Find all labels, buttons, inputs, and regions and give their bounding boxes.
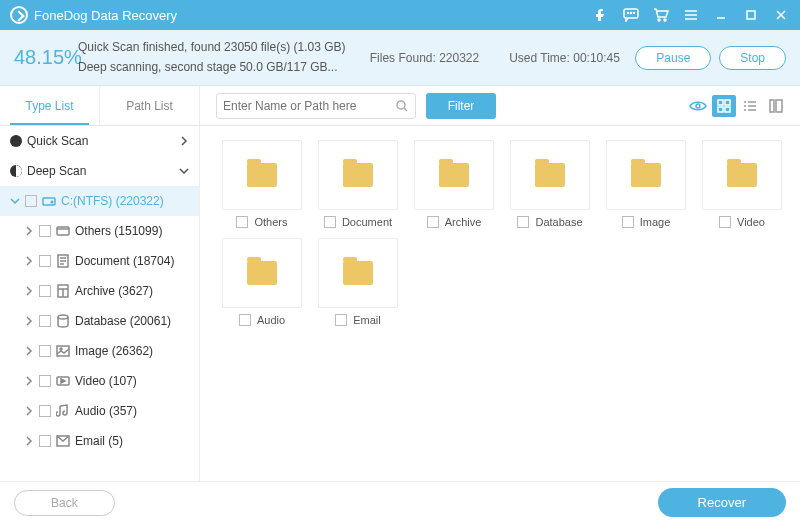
sidebar-item-label: Others (151099) [75, 224, 162, 238]
sidebar-quick-scan[interactable]: Quick Scan [0, 126, 199, 156]
folder-item[interactable]: Video [694, 140, 790, 228]
checkbox[interactable] [427, 216, 439, 228]
maximize-icon[interactable] [736, 0, 766, 30]
checkbox[interactable] [39, 255, 51, 267]
folder-thumbnail [414, 140, 494, 210]
checkbox[interactable] [39, 345, 51, 357]
feedback-icon[interactable] [616, 0, 646, 30]
pause-button[interactable]: Pause [635, 46, 711, 70]
sidebar-item[interactable]: Archive (3627) [0, 276, 199, 306]
view-grid-icon[interactable] [712, 95, 736, 117]
app-logo-icon [10, 6, 28, 24]
folder-icon [343, 163, 373, 187]
sidebar-item-label: Archive (3627) [75, 284, 153, 298]
sidebar-item[interactable]: Image (26362) [0, 336, 199, 366]
tab-path-list[interactable]: Path List [100, 86, 200, 125]
svg-point-16 [51, 201, 53, 203]
checkbox[interactable] [239, 314, 251, 326]
files-found: Files Found: 220322 [370, 51, 479, 65]
checkbox[interactable] [39, 405, 51, 417]
folder-item[interactable]: Archive [406, 140, 502, 228]
sidebar: Quick Scan Deep Scan C:(NTFS) (220322) O… [0, 126, 200, 481]
folder-thumbnail [222, 238, 302, 308]
sidebar-item-label: Document (18704) [75, 254, 174, 268]
view-detail-icon[interactable] [764, 95, 788, 117]
chevron-down-icon [179, 166, 189, 176]
svg-point-2 [631, 13, 632, 14]
folder-icon [247, 261, 277, 285]
svg-point-8 [696, 104, 700, 108]
svg-rect-13 [770, 100, 774, 112]
titlebar: FoneDog Data Recovery [0, 0, 800, 30]
svg-rect-10 [725, 100, 730, 105]
chevron-right-icon [24, 406, 34, 416]
search-box[interactable] [216, 93, 416, 119]
category-icon [56, 314, 70, 328]
folder-item[interactable]: Others [214, 140, 310, 228]
chevron-right-icon [179, 136, 189, 146]
svg-rect-12 [725, 107, 730, 112]
svg-rect-11 [718, 107, 723, 112]
folder-thumbnail [318, 238, 398, 308]
filter-button[interactable]: Filter [426, 93, 496, 119]
folder-icon [247, 163, 277, 187]
category-icon [56, 344, 70, 358]
checkbox[interactable] [335, 314, 347, 326]
svg-rect-9 [718, 100, 723, 105]
close-icon[interactable] [766, 0, 796, 30]
checkbox[interactable] [25, 195, 37, 207]
drive-label: C:(NTFS) (220322) [61, 194, 164, 208]
dot-full-icon [10, 135, 22, 147]
svg-rect-6 [747, 11, 755, 19]
checkbox[interactable] [39, 315, 51, 327]
folder-thumbnail [222, 140, 302, 210]
folder-thumbnail [702, 140, 782, 210]
facebook-icon[interactable] [586, 0, 616, 30]
status-bar: 48.15% Quick Scan finished, found 23050 … [0, 30, 800, 86]
checkbox[interactable] [236, 216, 248, 228]
folder-item[interactable]: Image [598, 140, 694, 228]
search-input[interactable] [223, 99, 395, 113]
folder-label: Database [535, 216, 582, 228]
toolbar: Type List Path List Filter [0, 86, 800, 126]
deep-scan-label: Deep Scan [27, 164, 86, 178]
recover-button[interactable]: Recover [658, 488, 786, 517]
minimize-icon[interactable] [706, 0, 736, 30]
checkbox[interactable] [517, 216, 529, 228]
svg-rect-14 [776, 100, 782, 112]
stop-button[interactable]: Stop [719, 46, 786, 70]
sidebar-item[interactable]: Database (20061) [0, 306, 199, 336]
folder-thumbnail [318, 140, 398, 210]
checkbox[interactable] [39, 375, 51, 387]
sidebar-drive-c[interactable]: C:(NTFS) (220322) [0, 186, 199, 216]
checkbox[interactable] [39, 435, 51, 447]
checkbox[interactable] [39, 285, 51, 297]
sidebar-item[interactable]: Video (107) [0, 366, 199, 396]
tab-type-list[interactable]: Type List [0, 86, 100, 125]
back-button[interactable]: Back [14, 490, 115, 516]
sidebar-item[interactable]: Document (18704) [0, 246, 199, 276]
folder-icon [439, 163, 469, 187]
folder-label: Archive [445, 216, 482, 228]
sidebar-item[interactable]: Audio (357) [0, 396, 199, 426]
sidebar-deep-scan[interactable]: Deep Scan [0, 156, 199, 186]
checkbox[interactable] [622, 216, 634, 228]
menu-icon[interactable] [676, 0, 706, 30]
view-list-icon[interactable] [738, 95, 762, 117]
category-icon [56, 284, 70, 298]
folder-icon [631, 163, 661, 187]
checkbox[interactable] [39, 225, 51, 237]
preview-icon[interactable] [686, 95, 710, 117]
folder-item[interactable]: Audio [214, 238, 310, 326]
folder-item[interactable]: Document [310, 140, 406, 228]
folder-item[interactable]: Database [502, 140, 598, 228]
folder-icon [727, 163, 757, 187]
cart-icon[interactable] [646, 0, 676, 30]
checkbox[interactable] [324, 216, 336, 228]
sidebar-item[interactable]: Email (5) [0, 426, 199, 456]
folder-item[interactable]: Email [310, 238, 406, 326]
sidebar-item[interactable]: Others (151099) [0, 216, 199, 246]
chevron-right-icon [24, 376, 34, 386]
checkbox[interactable] [719, 216, 731, 228]
folder-thumbnail [606, 140, 686, 210]
